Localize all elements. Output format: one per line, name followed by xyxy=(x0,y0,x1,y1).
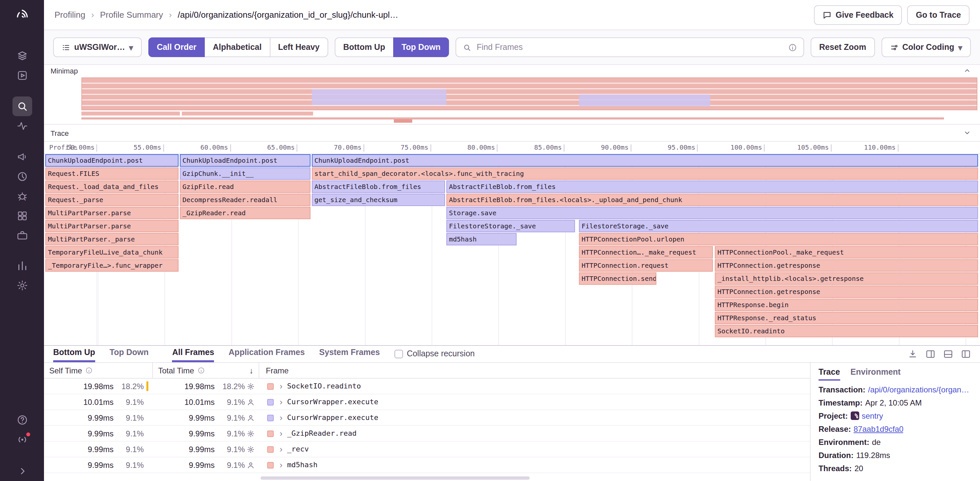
flame-frame[interactable]: HTTPConnectionPool._make_request xyxy=(715,246,978,259)
flame-frame[interactable]: ChunkUploadEndpoint.post xyxy=(312,154,978,167)
flame-frame[interactable]: MultiPartParser.parse xyxy=(45,207,178,219)
table-row[interactable]: 19.98ms18.2%19.98ms18.2%›SocketIO.readin… xyxy=(44,379,810,394)
tab-application-frames[interactable]: Application Frames xyxy=(229,348,305,362)
insights-icon[interactable] xyxy=(12,206,32,226)
breadcrumb-profile-summary[interactable]: Profile Summary xyxy=(100,10,163,20)
table-row[interactable]: 9.99ms9.1%9.99ms9.1%›_GzipReader.read xyxy=(44,426,810,441)
flame-frame[interactable]: HTTPConnectionPool.urlopen xyxy=(579,233,978,245)
color-coding-button[interactable]: Color Coding ▾ xyxy=(881,37,971,57)
bug-icon[interactable] xyxy=(12,186,32,206)
search-info-icon[interactable] xyxy=(788,43,797,51)
flame-frame[interactable]: HTTPConnection…._make_request xyxy=(579,246,713,259)
whats-new-icon[interactable] xyxy=(12,430,32,449)
tab-bottom-up[interactable]: Bottom Up xyxy=(53,348,95,362)
column-total-time[interactable]: Total Time ↓ xyxy=(153,363,259,378)
minimap-collapse-icon[interactable] xyxy=(964,67,971,74)
flame-frame[interactable]: TemporaryFileU…ive_data_chunk xyxy=(45,246,178,259)
flame-frame[interactable]: HTTPConnection.send xyxy=(579,272,656,285)
sort-left-heavy-button[interactable]: Left Heavy xyxy=(269,37,328,57)
give-feedback-button[interactable]: Give Feedback xyxy=(814,5,902,25)
flame-frame[interactable]: Request.FILES xyxy=(45,167,178,180)
flame-frame[interactable]: MultiPartParser._parse xyxy=(45,233,178,245)
expand-chevron-icon[interactable]: › xyxy=(280,382,283,391)
thread-selector[interactable]: uWSGIWor… ▾ xyxy=(53,37,142,57)
flame-frame[interactable]: HTTPResponse.begin xyxy=(715,298,978,311)
horizontal-scrollbar[interactable] xyxy=(261,476,530,480)
detail-link[interactable]: /api/0/organizations/{organ… xyxy=(868,384,969,395)
column-frame[interactable]: Frame xyxy=(259,363,810,378)
sort-alphabetical-button[interactable]: Alphabetical xyxy=(204,37,270,57)
layout-split-bottom-icon[interactable] xyxy=(943,349,953,359)
layout-split-right-icon[interactable] xyxy=(961,349,971,359)
flame-frame[interactable]: HTTPResponse._read_status xyxy=(715,312,978,324)
flame-frame[interactable]: MultiPartParser.parse xyxy=(45,220,178,232)
tab-environment-details[interactable]: Environment xyxy=(850,367,900,381)
expand-chevron-icon[interactable]: › xyxy=(280,398,283,406)
flame-frame[interactable]: get_size_and_checksum xyxy=(312,194,445,206)
megaphone-icon[interactable] xyxy=(12,147,32,167)
search-icon[interactable] xyxy=(12,97,32,116)
briefcase-icon[interactable] xyxy=(12,226,32,245)
go-to-trace-button[interactable]: Go to Trace xyxy=(907,5,969,25)
flame-frame[interactable]: Storage.save xyxy=(446,207,978,219)
flame-frame[interactable]: _TemporaryFile…>.func_wrapper xyxy=(45,259,178,271)
direction-top-down-button[interactable]: Top Down xyxy=(393,37,449,57)
flame-frame[interactable]: ChunkUploadEndpoint.post xyxy=(180,154,310,167)
expand-chevron-icon[interactable]: › xyxy=(280,413,283,422)
flame-frame[interactable]: HTTPConnection.getresponse xyxy=(715,259,978,271)
flame-frame[interactable]: HTTPConnection.getresponse xyxy=(715,286,978,298)
flame-frame[interactable]: SocketIO.readinto xyxy=(715,325,978,337)
collapse-recursion-checkbox[interactable] xyxy=(394,349,403,358)
tab-trace-details[interactable]: Trace xyxy=(819,367,840,381)
tab-all-frames[interactable]: All Frames xyxy=(172,348,214,362)
flame-frame[interactable]: Request._parse xyxy=(45,194,178,206)
breadcrumb-profiling[interactable]: Profiling xyxy=(54,10,85,20)
flame-frame[interactable]: FilestoreStorage._save xyxy=(579,220,978,232)
download-icon[interactable] xyxy=(908,349,918,359)
flame-frame[interactable]: AbstractFileBlob.from_files xyxy=(446,181,978,193)
flame-frame[interactable]: HTTPConnection.request xyxy=(579,259,713,271)
projects-icon[interactable] xyxy=(12,66,32,85)
table-row[interactable]: 10.01ms9.1%10.01ms9.1%›CursorWrapper.exe… xyxy=(44,394,810,410)
collapse-icon[interactable] xyxy=(12,461,32,481)
flame-frame[interactable]: _GzipReader.read xyxy=(180,207,310,219)
help-icon[interactable] xyxy=(12,410,32,430)
detail-link[interactable]: sentry xyxy=(862,410,883,421)
direction-bottom-up-button[interactable]: Bottom Up xyxy=(335,37,394,57)
column-self-time[interactable]: Self Time xyxy=(44,363,153,378)
collapse-recursion-control[interactable]: Collapse recursion xyxy=(394,349,474,362)
sort-descending-icon[interactable]: ↓ xyxy=(250,366,253,375)
flame-frame[interactable]: GzipFile.read xyxy=(180,181,310,193)
reset-zoom-button[interactable]: Reset Zoom xyxy=(811,37,875,57)
flame-frame[interactable]: AbstractFileBlob.from_files.<locals>._up… xyxy=(446,194,978,206)
issues-icon[interactable] xyxy=(12,46,32,66)
table-row[interactable]: 9.99ms9.1%9.99ms9.1%›md5hash xyxy=(44,457,810,473)
settings-icon[interactable] xyxy=(12,276,32,295)
flame-frame[interactable]: AbstractFileBlob.from_files xyxy=(312,181,445,193)
flame-frame[interactable]: DecompressReader.readall xyxy=(180,194,310,206)
expand-chevron-icon[interactable]: › xyxy=(280,429,283,438)
flame-frame[interactable]: _install_httplib.<locals>.getresponse xyxy=(715,272,978,285)
flame-frame[interactable]: FilestoreStorage._save xyxy=(446,220,575,232)
flame-frame[interactable]: md5hash xyxy=(446,233,517,245)
expand-chevron-icon[interactable]: › xyxy=(280,445,283,454)
replays-icon[interactable] xyxy=(12,167,32,186)
expand-chevron-icon[interactable]: › xyxy=(280,461,283,469)
find-frames-input[interactable] xyxy=(477,43,783,52)
flame-frame[interactable]: ChunkUploadEndpoint.post xyxy=(45,154,178,167)
flame-frame[interactable]: start_child_span_decorator.<locals>.func… xyxy=(312,167,978,180)
layout-split-left-icon[interactable] xyxy=(926,349,935,359)
trace-collapse-icon[interactable] xyxy=(964,129,971,137)
minimap[interactable] xyxy=(44,76,980,124)
dashboards-icon[interactable] xyxy=(12,256,32,276)
sort-call-order-button[interactable]: Call Order xyxy=(148,37,205,57)
tab-system-frames[interactable]: System Frames xyxy=(319,348,380,362)
table-row[interactable]: 9.99ms9.1%9.99ms9.1%›CursorWrapper.execu… xyxy=(44,410,810,426)
flamegraph[interactable]: ChunkUploadEndpoint.postChunkUploadEndpo… xyxy=(44,154,980,345)
table-row[interactable]: 9.99ms9.1%9.99ms9.1%›_recv xyxy=(44,441,810,457)
alerts-icon[interactable] xyxy=(12,116,32,136)
sentry-logo[interactable] xyxy=(12,5,32,25)
flame-frame[interactable]: Request._load_data_and_files xyxy=(45,181,178,193)
detail-link[interactable]: 87aab1d9cfa0 xyxy=(854,424,904,434)
tab-top-down[interactable]: Top Down xyxy=(110,348,149,362)
